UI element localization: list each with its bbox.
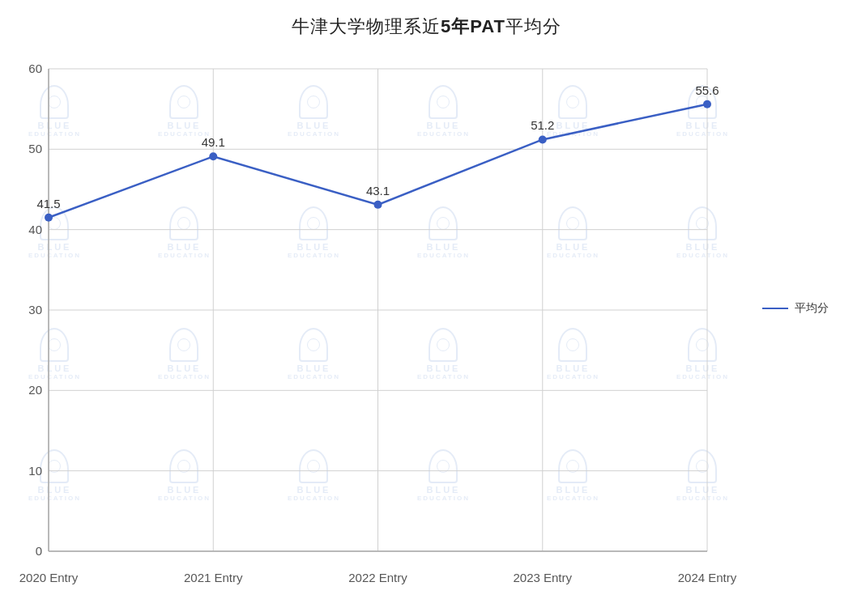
svg-text:2023 Entry: 2023 Entry: [513, 571, 572, 584]
title-part2: 平均分: [505, 16, 561, 36]
svg-point-26: [45, 214, 53, 222]
legend-line-icon: [762, 308, 788, 309]
svg-text:2024 Entry: 2024 Entry: [678, 571, 737, 584]
svg-text:20: 20: [28, 383, 42, 397]
legend-label: 平均分: [795, 301, 829, 316]
svg-text:51.2: 51.2: [531, 118, 554, 132]
svg-point-34: [703, 100, 711, 108]
svg-text:41.5: 41.5: [36, 197, 60, 210]
legend: 平均分: [762, 301, 829, 316]
svg-text:10: 10: [28, 464, 42, 478]
svg-text:2020 Entry: 2020 Entry: [19, 571, 79, 584]
svg-text:49.1: 49.1: [202, 135, 225, 149]
svg-point-32: [539, 135, 547, 143]
title-part1: 牛津大学物理系近: [292, 16, 441, 36]
chart-container: 牛津大学物理系近5年PAT平均分 BLUE EDUCATION BLUE EDU…: [0, 0, 853, 616]
svg-text:50: 50: [28, 142, 42, 155]
svg-text:60: 60: [28, 62, 42, 75]
svg-text:0: 0: [36, 544, 42, 558]
svg-text:55.6: 55.6: [695, 83, 719, 97]
svg-text:40: 40: [28, 223, 42, 236]
svg-text:2022 Entry: 2022 Entry: [348, 571, 407, 584]
svg-text:43.1: 43.1: [366, 184, 390, 198]
svg-text:30: 30: [28, 303, 42, 316]
svg-point-28: [209, 152, 217, 160]
chart-title: 牛津大学物理系近5年PAT平均分: [0, 0, 853, 47]
svg-point-30: [374, 201, 382, 209]
title-bold: 5年PAT: [441, 16, 505, 36]
line-chart: 01020304050602020 Entry2021 Entry2022 En…: [0, 45, 853, 616]
svg-text:2021 Entry: 2021 Entry: [184, 571, 243, 584]
